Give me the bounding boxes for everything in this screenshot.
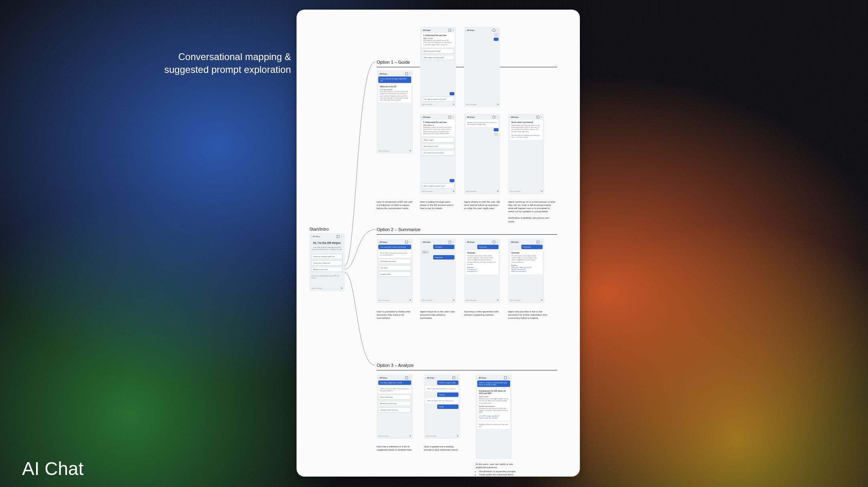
send-icon[interactable]: ➤ <box>497 190 499 192</box>
send-icon[interactable]: ➤ <box>410 299 411 301</box>
start-chip-summarize[interactable]: Summarize a document <box>311 260 343 266</box>
message-input[interactable]: Type message… <box>378 150 408 152</box>
explore-link[interactable]: Show me the raw numbers <box>479 417 509 419</box>
message-input[interactable]: Type message… <box>422 299 452 301</box>
opt2-caption-d: Agent also provides a link to the docume… <box>508 310 548 320</box>
refresh-icon[interactable] <box>452 376 455 379</box>
more-icon[interactable]: ⋮ <box>452 241 454 243</box>
option2-header: Option 2 – Summarize <box>377 227 557 235</box>
back-icon[interactable]: ‹ <box>466 116 466 119</box>
message-input[interactable]: Type message… <box>466 299 496 301</box>
refresh-icon[interactable] <box>337 235 339 238</box>
send-icon[interactable]: ➤ <box>541 299 543 301</box>
message-input[interactable]: Type message… <box>510 190 540 192</box>
more-icon[interactable]: ⋮ <box>409 241 411 243</box>
refresh-icon[interactable] <box>448 29 451 32</box>
opt3-c3: ‹ER Helper⋮ I'd like to compare my last … <box>476 374 512 459</box>
back-icon[interactable]: ‹ <box>422 116 422 119</box>
message-input[interactable]: Type message… <box>466 103 496 105</box>
suggestion-chip[interactable]: Imaging report <box>378 272 411 277</box>
start-chip-analyze[interactable]: Analyze my records <box>311 267 343 272</box>
more-icon[interactable]: ⋮ <box>496 117 499 118</box>
suggestion-chip[interactable]: Can I get an update on my wait? <box>422 97 454 102</box>
suggestion-chip[interactable]: What should I do while I wait? <box>422 183 454 189</box>
refresh-icon[interactable] <box>493 241 495 244</box>
user-msg <box>494 38 499 41</box>
back-icon[interactable]: ‹ <box>466 241 466 244</box>
refresh-icon[interactable] <box>493 116 495 119</box>
refresh-icon[interactable] <box>405 241 408 244</box>
more-icon[interactable]: ⋮ <box>496 241 499 243</box>
send-icon[interactable]: ➤ <box>453 190 454 192</box>
send-icon[interactable]: ➤ <box>497 299 499 301</box>
suggestion-chip[interactable]: Recent lab trends <box>378 394 411 400</box>
suggestion-chip[interactable]: What's triage? <box>422 137 454 143</box>
suggestion-chip[interactable]: Discharge instructions <box>378 259 411 264</box>
more-icon[interactable]: ⋮ <box>456 377 458 378</box>
send-icon[interactable]: ➤ <box>410 149 411 152</box>
refresh-icon[interactable] <box>405 376 408 379</box>
send-icon[interactable]: ➤ <box>541 190 543 192</box>
opt2-caption-c: Summary is then generated with relevant … <box>464 310 500 316</box>
source-link[interactable]: Lab report p.2 <box>467 270 497 272</box>
send-icon[interactable]: ➤ <box>410 435 411 437</box>
user-pill: I'd like to compare visits <box>437 380 458 385</box>
more-icon[interactable]: ⋮ <box>452 117 454 118</box>
more-icon[interactable]: ⋮ <box>540 241 543 243</box>
message-input[interactable]: Type message… <box>422 103 452 105</box>
more-icon[interactable]: ⋮ <box>340 236 343 237</box>
back-icon[interactable]: ‹ <box>422 241 422 244</box>
refresh-icon[interactable] <box>493 29 495 32</box>
suggestion-chip[interactable]: Why is my wait so long? <box>422 48 454 54</box>
assistant-pill: Let me walk you through a typical ER vis… <box>378 76 411 83</box>
more-icon[interactable]: ⋮ <box>409 377 411 378</box>
more-icon[interactable]: ⋮ <box>496 30 499 31</box>
suggestion-chip[interactable]: How long will I wait? <box>422 144 454 149</box>
typing-indicator: … <box>494 33 499 36</box>
send-icon[interactable]: ➤ <box>457 435 458 437</box>
back-icon[interactable]: ‹ <box>426 377 426 379</box>
opt1-r1-c1: ‹ER Helper⋮ Let me walk you through a ty… <box>377 70 413 153</box>
assistant-pill: I can help analyze your records. <box>378 380 411 385</box>
greeting-sub: I can help guide you through your visit,… <box>311 246 343 250</box>
message-input[interactable]: Type message… <box>466 190 496 192</box>
explore-link[interactable]: What are next steps? <box>511 270 541 272</box>
start-chip-guide[interactable]: Guide me through my ER visit <box>311 254 343 259</box>
back-icon[interactable]: ‹ <box>466 29 466 32</box>
more-icon[interactable]: ⋮ <box>452 30 454 31</box>
refresh-icon[interactable] <box>448 241 451 244</box>
app-title: ER Helper <box>313 235 320 237</box>
back-icon[interactable]: ‹ <box>311 235 312 238</box>
more-icon[interactable]: ⋮ <box>508 377 510 378</box>
send-icon[interactable]: ➤ <box>453 299 454 301</box>
back-icon[interactable]: ‹ <box>378 377 379 379</box>
suggestion-chip[interactable]: Medication interactions <box>378 401 411 406</box>
refresh-icon[interactable] <box>537 241 539 244</box>
message-input[interactable]: Type message… <box>378 435 408 437</box>
refresh-icon[interactable] <box>405 72 408 75</box>
suggestion-chip[interactable]: Lab report <box>378 265 411 270</box>
refresh-icon[interactable] <box>504 376 507 379</box>
back-icon[interactable]: ‹ <box>378 241 379 244</box>
send-icon[interactable]: ➤ <box>341 287 343 289</box>
refresh-icon[interactable] <box>537 116 539 119</box>
send-icon[interactable]: ➤ <box>497 103 499 105</box>
back-icon[interactable]: ‹ <box>477 377 478 379</box>
start-note: Or ask me anything about your ER visit b… <box>311 275 343 279</box>
message-input[interactable]: Type message… <box>426 435 456 437</box>
message-input[interactable]: Type message… <box>378 299 408 301</box>
message-input[interactable]: Type message… <box>311 287 340 289</box>
more-icon[interactable]: ⋮ <box>409 73 411 74</box>
back-icon[interactable]: ‹ <box>510 241 511 244</box>
more-icon[interactable]: ⋮ <box>540 117 543 118</box>
refresh-icon[interactable] <box>448 116 451 119</box>
suggestion-chip[interactable]: What happens during triage? <box>422 55 454 60</box>
back-icon[interactable]: ‹ <box>422 29 422 32</box>
message-input[interactable]: Type message… <box>510 299 540 301</box>
message-input[interactable]: Type message… <box>422 190 452 192</box>
back-icon[interactable]: ‹ <box>510 116 511 119</box>
send-icon[interactable]: ➤ <box>453 103 454 105</box>
suggestion-chip[interactable]: Can I leave and come back? <box>422 150 454 155</box>
suggestion-chip[interactable]: Compare visits over time <box>378 407 411 413</box>
back-icon[interactable]: ‹ <box>378 73 379 75</box>
